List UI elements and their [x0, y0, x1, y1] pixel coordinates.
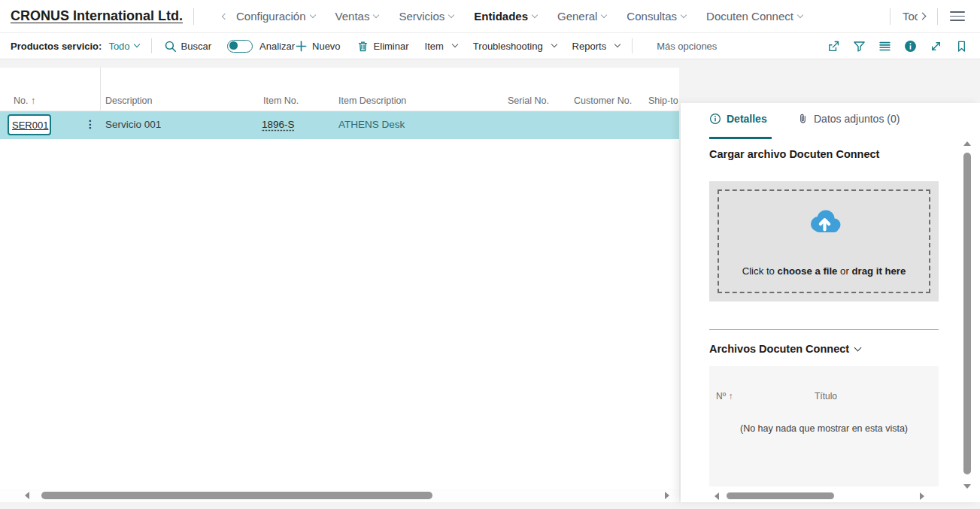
action-toolbar: Productos servicio: Todo Buscar Analizar… [0, 33, 980, 59]
column-header-ship-to[interactable]: Ship-to [648, 95, 678, 106]
filter-icon[interactable] [853, 40, 866, 53]
expand-icon[interactable] [930, 40, 942, 53]
chevron-down-icon [373, 11, 379, 17]
column-header-serial-no[interactable]: Serial No. [508, 95, 549, 106]
chevron-down-icon [551, 41, 557, 47]
analyze-toggle-group: Analizar [227, 40, 295, 53]
column-header-no[interactable]: No. ↑ [14, 95, 35, 106]
column-header-item-no[interactable]: Item No. [263, 95, 299, 106]
troubleshooting-menu-button[interactable]: Troubleshooting [473, 41, 557, 52]
scroll-left-arrow[interactable] [715, 492, 719, 500]
nav-overflow-label: Tod [903, 10, 918, 23]
files-list-panel: Nº ↑ Título (No hay nada que mostrar en … [709, 366, 939, 486]
search-button[interactable]: Buscar [164, 40, 211, 53]
nav-item-label: General [557, 10, 597, 23]
cell-item-no-link[interactable]: 1896-S [262, 119, 295, 130]
scroll-up-arrow[interactable] [963, 141, 971, 146]
chevron-down-icon [614, 41, 620, 47]
bookmark-icon[interactable] [955, 40, 968, 53]
service-items-list-pane: No. ↑ Description Item No. Item Descript… [0, 68, 679, 502]
scroll-right-arrow[interactable] [665, 492, 669, 499]
chevron-right-icon [919, 13, 927, 20]
search-label: Buscar [181, 41, 211, 52]
vertical-scroll-thumb[interactable] [963, 153, 971, 474]
row-options-button[interactable]: ⋮ [85, 118, 96, 130]
files-column-header-no[interactable]: Nº ↑ [716, 391, 733, 401]
plus-icon [295, 40, 308, 53]
top-navigation-bar: CRONUS International Ltd. Configuración … [0, 0, 980, 33]
nav-item-label: Servicios [399, 10, 444, 23]
nav-item-ventas[interactable]: Ventas [335, 10, 379, 23]
nav-divider [193, 8, 194, 25]
share-icon[interactable] [827, 40, 840, 53]
nav-overflow-button[interactable]: Tod [903, 10, 925, 23]
nav-item-label: Consultas [627, 10, 677, 23]
horizontal-scrollbar[interactable] [0, 489, 679, 502]
chevron-down-icon [797, 11, 803, 17]
new-button[interactable]: Nuevo [295, 40, 341, 53]
files-column-header-titulo[interactable]: Título [815, 391, 837, 401]
search-icon [164, 40, 177, 53]
column-header-customer-no[interactable]: Customer No. [574, 95, 632, 106]
delete-button[interactable]: Eliminar [357, 40, 409, 53]
nav-item-label: Entidades [474, 10, 528, 23]
list-icon[interactable] [878, 40, 891, 53]
factbox-divider [709, 329, 939, 330]
trash-icon [357, 40, 369, 53]
active-tab-indicator [709, 137, 772, 139]
chevron-down-icon [309, 11, 315, 17]
new-label: Nuevo [312, 41, 341, 52]
nav-item-label: Ventas [335, 10, 370, 23]
item-menu-label: Item [425, 41, 444, 52]
analyze-toggle[interactable] [227, 40, 253, 53]
tab-label: Datos adjuntos (0) [814, 113, 900, 125]
factbox-horizontal-scroll-thumb[interactable] [727, 492, 834, 499]
column-header-description[interactable]: Description [105, 95, 153, 106]
more-options-button[interactable]: Más opciones [657, 41, 717, 52]
nav-item-servicios[interactable]: Servicios [399, 10, 454, 23]
tab-datos-adjuntos[interactable]: Datos adjuntos (0) [797, 113, 900, 125]
toggle-knob-icon [229, 41, 238, 50]
files-section-heading[interactable]: Archivos Docuten Connect [709, 343, 860, 355]
view-filter-value: Todo [108, 41, 129, 52]
nav-item-label: Configuración [236, 10, 306, 23]
reports-label: Reports [572, 41, 607, 52]
scroll-right-arrow[interactable] [920, 492, 924, 500]
tab-label: Detalles [727, 113, 767, 125]
scroll-left-arrow[interactable] [25, 492, 29, 499]
reports-menu-button[interactable]: Reports [572, 41, 620, 52]
cell-no-link[interactable]: SER001 [8, 114, 51, 135]
nav-divider [937, 8, 938, 25]
nav-item-docuten-connect[interactable]: Docuten Connect [706, 10, 803, 23]
nav-item-configuracion[interactable]: Configuración [236, 10, 315, 23]
horizontal-scroll-thumb[interactable] [41, 492, 432, 499]
chevron-down-icon [681, 11, 687, 17]
frozen-column-divider [100, 68, 101, 111]
factbox-panel: Detalles Datos adjuntos (0) Cargar archi… [681, 103, 980, 502]
nav-item-general[interactable]: General [557, 10, 606, 23]
empty-list-message: (No hay nada que mostrar en esta vista) [709, 423, 939, 434]
item-menu-button[interactable]: Item [425, 41, 457, 52]
nav-item-consultas[interactable]: Consultas [627, 10, 686, 23]
nav-item-label: Docuten Connect [706, 10, 793, 23]
cell-item-description[interactable]: ATHENS Desk [338, 119, 405, 130]
hamburger-menu-button[interactable] [950, 11, 965, 21]
analyze-label: Analizar [259, 41, 295, 52]
tab-detalles[interactable]: Detalles [709, 113, 767, 125]
file-upload-dropzone[interactable]: Click to choose a file or drag it here [709, 181, 939, 301]
scroll-down-arrow[interactable] [963, 484, 971, 489]
table-row-selected[interactable]: SER001 ⋮ Servicio 001 1896-S ATHENS Desk [0, 111, 679, 139]
info-circle-icon [709, 113, 721, 125]
paperclip-icon [797, 113, 809, 125]
chevron-down-icon [452, 41, 458, 47]
info-icon[interactable] [904, 40, 917, 53]
nav-item-entidades[interactable]: Entidades [474, 10, 537, 23]
chevron-down-icon [448, 11, 454, 17]
nav-back-button[interactable] [223, 14, 227, 19]
toolbar-divider [632, 38, 633, 53]
company-name-link[interactable]: CRONUS International Ltd. [11, 8, 183, 24]
cell-description[interactable]: Servicio 001 [105, 119, 161, 130]
chevron-down-icon [133, 41, 139, 47]
column-header-item-description[interactable]: Item Description [338, 95, 406, 106]
view-filter-dropdown[interactable]: Todo [108, 41, 138, 52]
